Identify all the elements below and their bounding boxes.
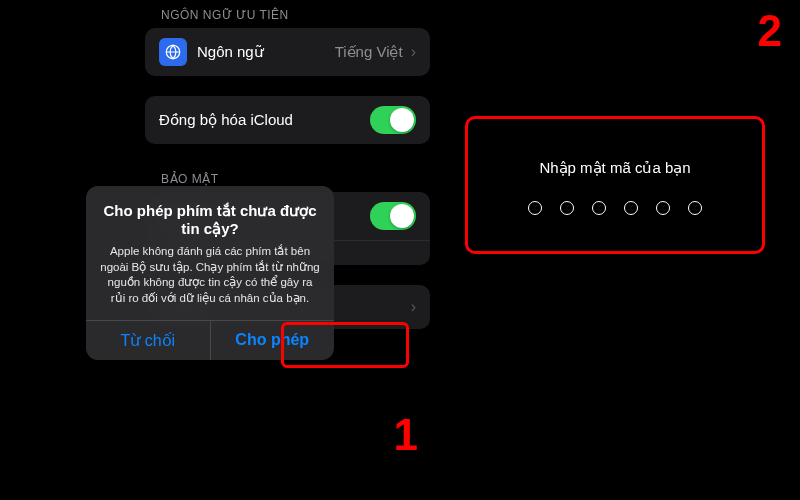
passcode-box: Nhập mật mã của bạn — [465, 116, 765, 254]
permission-dialog: Cho phép phím tắt chưa được tin cậy? App… — [86, 186, 334, 361]
deny-button[interactable]: Từ chối — [86, 321, 210, 360]
dialog-body-text: Apple không đánh giá các phím tắt bên ng… — [100, 244, 320, 306]
passcode-panel: Nhập mật mã của bạn 2 — [430, 0, 800, 500]
passcode-dot — [656, 201, 670, 215]
dialog-title: Cho phép phím tắt chưa được tin cậy? — [100, 202, 320, 240]
dialog-overlay: Cho phép phím tắt chưa được tin cậy? App… — [0, 0, 430, 500]
step-number-2: 2 — [758, 6, 782, 56]
settings-panel: NGÔN NGỮ ƯU TIÊN Ngôn ngữ Tiếng Việt › Đ… — [0, 0, 430, 500]
passcode-dot — [688, 201, 702, 215]
passcode-title: Nhập mật mã của bạn — [486, 159, 744, 177]
step-number-1: 1 — [394, 410, 418, 460]
passcode-dot — [624, 201, 638, 215]
passcode-dot — [528, 201, 542, 215]
passcode-dot — [560, 201, 574, 215]
allow-button[interactable]: Cho phép — [210, 321, 335, 360]
passcode-dot — [592, 201, 606, 215]
passcode-dots[interactable] — [486, 201, 744, 215]
